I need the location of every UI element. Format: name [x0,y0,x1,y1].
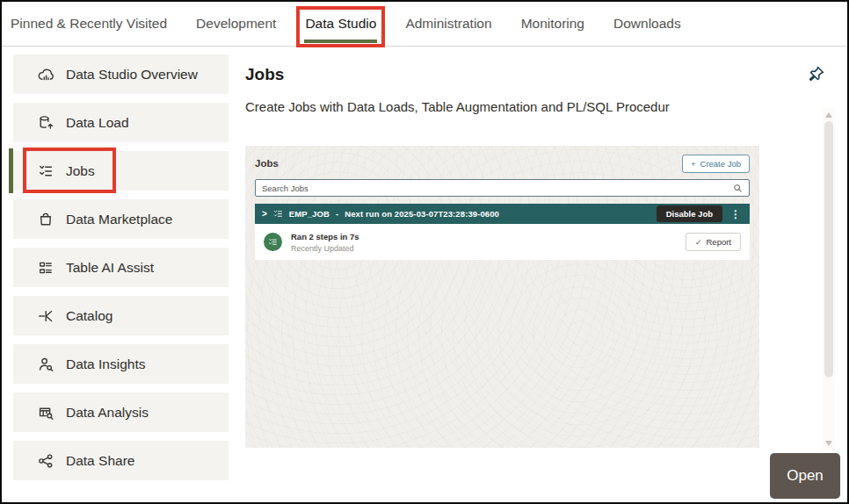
job-status-circle-icon [264,233,282,251]
table-grid-icon [37,259,54,277]
tab-label: Pinned & Recently Visited [11,16,167,32]
tab-data-studio[interactable]: Data Studio [305,2,376,46]
top-navigation: Pinned & Recently Visited Development Da… [2,2,847,47]
sidebar-item-data-marketplace[interactable]: Data Marketplace [13,199,229,239]
sidebar: Data Studio Overview Data Load [9,54,229,489]
active-tab-underline [304,40,377,43]
plus-icon: + [691,159,696,169]
search-jobs-input [262,184,733,193]
selected-item-indicator [9,148,13,193]
sidebar-item-label: Data Marketplace [66,212,172,227]
scroll-up-arrow-icon[interactable] [825,112,832,118]
scroll-down-arrow-icon[interactable] [825,441,832,446]
report-label: Report [706,237,731,247]
create-job-label: Create Job [700,159,741,169]
sidebar-item-data-studio-overview[interactable]: Data Studio Overview [13,54,229,94]
job-row-header: > EMP_JOB - Next run on 2025-03-07T23:28… [255,204,750,224]
sidebar-item-data-share[interactable]: Data Share [13,441,229,480]
sidebar-item-data-insights[interactable]: Data Insights [13,344,229,384]
tab-monitoring[interactable]: Monitoring [521,2,584,46]
tab-label: Administration [405,16,491,32]
checklist-icon [37,162,54,180]
app-window: Pinned & Recently Visited Development Da… [0,0,849,504]
shopping-bag-icon [37,211,54,228]
scrollbar-thumb[interactable] [824,121,833,378]
job-name: EMP_JOB [289,209,330,219]
tab-label: Downloads [613,16,681,32]
page-description: Create Jobs with Data Loads, Table Augme… [245,99,670,114]
sidebar-item-label: Data Insights [66,356,145,372]
jobs-feature-preview-card[interactable]: Jobs + Create Job > EMP_JOB - Next run o… [245,146,759,448]
report-button: ✓ Report [686,233,741,251]
table-search-icon [37,404,54,421]
check-icon: ✓ [695,238,702,247]
job-checklist-icon [273,209,283,219]
sidebar-item-label: Data Load [66,115,129,131]
tab-development[interactable]: Development [196,2,276,46]
lineage-icon [37,307,54,325]
disable-job-button: Disable Job [657,205,722,222]
person-search-icon [37,356,54,373]
pin-icon[interactable] [805,64,826,85]
tab-administration[interactable]: Administration [405,2,491,46]
job-row-detail: Ran 2 steps in 7s Recently Updated ✓ Rep… [255,224,750,260]
job-separator: - [336,209,338,219]
job-updated-text: Recently Updated [291,244,359,253]
tab-pinned-recently-visited[interactable]: Pinned & Recently Visited [11,2,167,46]
job-status-lines: Ran 2 steps in 7s Recently Updated [291,232,359,253]
search-icon [733,184,743,193]
tab-label: Development [196,16,276,32]
sidebar-item-label: Data Share [66,453,134,469]
job-run-summary: Ran 2 steps in 7s [291,232,359,241]
sidebar-item-label: Jobs [66,163,95,179]
preview-panel-title: Jobs [255,158,279,169]
share-nodes-icon [37,452,54,470]
kebab-menu-icon: ⋮ [729,209,743,220]
open-button[interactable]: Open [770,453,840,499]
sidebar-item-jobs[interactable]: Jobs [13,151,229,191]
sidebar-item-label: Data Analysis [66,405,149,421]
tab-label: Data Studio [305,16,376,32]
job-next-run: Next run on 2025-03-07T23:28:39-0600 [345,209,499,219]
sidebar-item-table-ai-assist[interactable]: Table AI Assist [13,248,229,287]
sidebar-item-data-analysis[interactable]: Data Analysis [13,392,229,432]
create-job-button: + Create Job [682,155,750,173]
sidebar-item-catalog[interactable]: Catalog [13,296,229,335]
expand-chevron-icon: > [262,210,267,219]
sidebar-item-label: Catalog [66,308,112,324]
vertical-scrollbar [823,108,835,450]
cloud-chart-icon [37,66,54,83]
tab-label: Monitoring [521,16,584,32]
page-title: Jobs [245,65,284,84]
search-jobs-box [255,179,750,197]
preview-header: Jobs + Create Job [255,154,750,173]
sidebar-item-label: Table AI Assist [66,260,154,276]
sidebar-item-label: Data Studio Overview [66,67,198,83]
database-upload-icon [37,114,54,132]
tab-downloads[interactable]: Downloads [613,2,681,46]
sidebar-item-data-load[interactable]: Data Load [13,103,229,142]
